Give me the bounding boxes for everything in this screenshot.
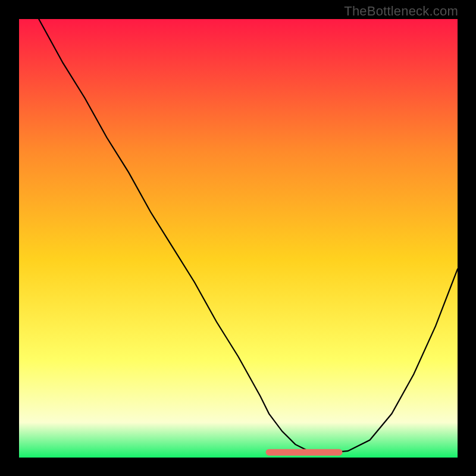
gradient-backdrop — [19, 19, 458, 458]
plot-area — [19, 19, 458, 458]
chart-svg — [19, 19, 458, 458]
watermark-text: TheBottleneck.com — [344, 4, 458, 19]
chart-frame: TheBottleneck.com — [0, 0, 476, 476]
